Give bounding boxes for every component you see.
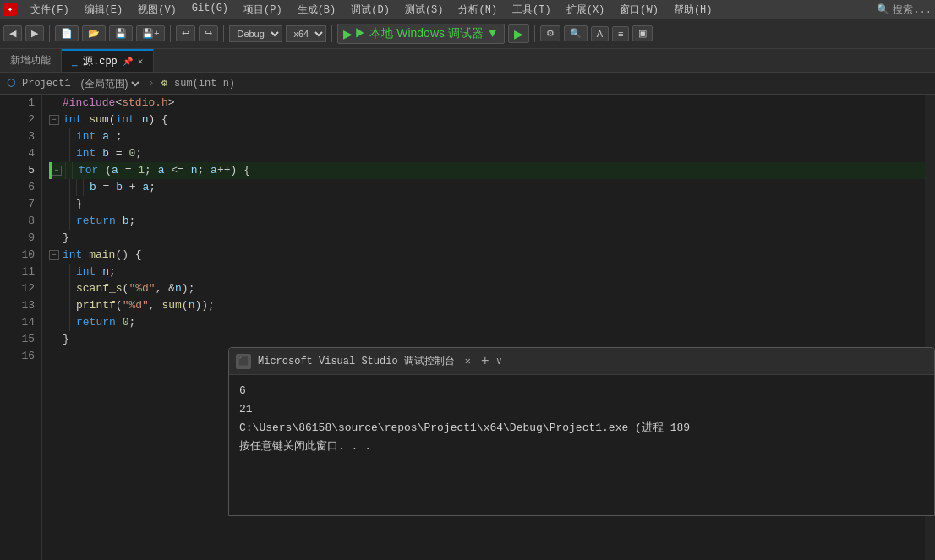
indent-3b [69, 128, 76, 145]
menu-window[interactable]: 窗口(W) [613, 1, 665, 19]
code-line-15: } [49, 331, 925, 348]
indent-5 [65, 162, 72, 179]
scope-select[interactable]: (全局范围) [78, 77, 142, 90]
menu-git[interactable]: Git(G) [185, 1, 235, 19]
redo-button[interactable]: ↪ [199, 25, 218, 41]
terminal-dropdown-button[interactable]: ∨ [496, 355, 502, 367]
menu-project[interactable]: 项目(P) [237, 1, 289, 19]
menu-debug[interactable]: 调试(D) [344, 1, 396, 19]
fold-marker-2[interactable]: − [49, 115, 59, 125]
indent-12 [63, 280, 69, 297]
line-num-9: 9 [3, 230, 35, 247]
line-num-5: 5 [3, 162, 35, 179]
code-line-1: #include<stdio.h> [49, 95, 925, 111]
menu-file[interactable]: 文件(F) [24, 1, 76, 19]
new-feature-label: 新增功能 [10, 53, 51, 68]
fold-spacer-8 [49, 213, 63, 230]
terminal-body: 6 21 C:\Users\86158\source\repos\Project… [229, 375, 934, 515]
menu-tools[interactable]: 工具(T) [506, 1, 558, 19]
line-num-8: 8 [3, 213, 35, 230]
source-file-label: 源.cpp [83, 54, 118, 68]
toolbar-extra-1[interactable]: ⚙ [540, 25, 560, 41]
toolbar: ◀ ▶ 📄 📂 💾 💾+ ↩ ↪ Debug x64 ▶ ▶ 本地 Window… [0, 19, 935, 49]
run-debugger-button[interactable]: ▶ ▶ 本地 Windows 调试器 ▼ [337, 24, 504, 44]
breadcrumb-separator: › [149, 78, 155, 90]
terminal-close-button[interactable]: ✕ [465, 355, 471, 367]
line-num-7: 7 [3, 196, 35, 213]
line-num-3: 3 [3, 128, 35, 145]
forward-button[interactable]: ▶ [25, 25, 44, 41]
line-num-16: 16 [3, 348, 35, 365]
terminal-title: Microsoft Visual Studio 调试控制台 [258, 354, 455, 368]
fold-marker-10[interactable]: − [49, 250, 59, 260]
indent-12b [69, 280, 76, 297]
menu-edit[interactable]: 编辑(E) [78, 1, 130, 19]
line-numbers: 1 2 3 4 5 6 7 8 9 10 11 12 13 14 15 16 [0, 95, 42, 560]
function-name[interactable]: sum(int n) [174, 78, 235, 90]
run-label: ▶ 本地 Windows 调试器 ▼ [354, 26, 498, 41]
fold-spacer-13 [49, 297, 63, 314]
save-all-button[interactable]: 💾+ [136, 25, 165, 41]
platform-select[interactable]: x64 [286, 25, 326, 42]
code-line-5: − for (a = 1; a <= n; a++) { [49, 162, 925, 179]
menu-build[interactable]: 生成(B) [291, 1, 343, 19]
menu-analyze[interactable]: 分析(N) [451, 1, 504, 19]
menu-view[interactable]: 视图(V) [131, 1, 183, 19]
project-name[interactable]: Project1 [22, 78, 71, 90]
tab-source-cpp[interactable]: ⎯ 源.cpp 📌 ✕ [62, 49, 154, 72]
function-icon: ⚙ [161, 77, 167, 90]
file-icon: ⎯ [72, 57, 78, 67]
build-config-select[interactable]: Debug [229, 25, 282, 42]
back-button[interactable]: ◀ [3, 25, 22, 41]
toolbar-extra-2[interactable]: 🔍 [564, 25, 588, 41]
indent-7 [63, 196, 69, 213]
indent-4b [69, 145, 76, 162]
menu-help[interactable]: 帮助(H) [667, 1, 719, 19]
separator-2 [170, 25, 171, 42]
line-num-12: 12 [3, 280, 35, 297]
indent-13 [63, 297, 69, 314]
line-num-15: 15 [3, 331, 35, 348]
menu-extensions[interactable]: 扩展(X) [560, 1, 612, 19]
play-icon: ▶ [343, 27, 353, 41]
fold-spacer-1 [49, 95, 63, 111]
toolbar-extra-4[interactable]: ≡ [612, 26, 629, 41]
open-button[interactable]: 📂 [82, 25, 106, 41]
title-bar-right: 🔍 搜索... [877, 3, 932, 17]
save-button[interactable]: 💾 [109, 25, 133, 41]
new-file-button[interactable]: 📄 [55, 25, 79, 41]
preprocessor-include: #include [63, 95, 115, 111]
indent-7b [69, 196, 76, 213]
menu-test[interactable]: 测试(S) [398, 1, 451, 19]
code-line-4: int b = 0; [49, 145, 925, 162]
indent-6b [69, 179, 76, 196]
toolbar-extra-5[interactable]: ▣ [632, 25, 653, 41]
line-num-10: 10 [3, 247, 35, 264]
code-line-2: − int sum(int n) { [49, 111, 925, 128]
toolbar-extra-3[interactable]: A [591, 26, 609, 41]
indent-11 [63, 264, 69, 280]
line-num-4: 4 [3, 145, 35, 162]
terminal-icon: ⬛ [236, 354, 251, 369]
fold-marker-5[interactable]: − [52, 166, 62, 176]
code-line-9: } [49, 230, 925, 247]
separator-3 [223, 25, 224, 42]
terminal-output-4: 按任意键关闭此窗口. . . [239, 438, 924, 456]
title-bar: ✦ 文件(F) 编辑(E) 视图(V) Git(G) 项目(P) 生成(B) 调… [0, 0, 935, 19]
pin-icon[interactable]: 📌 [123, 57, 133, 67]
tab-new-feature[interactable]: 新增功能 [0, 49, 62, 72]
fold-spacer-6 [49, 179, 63, 196]
run-button[interactable]: ▶ [508, 24, 529, 43]
fold-spacer-15 [49, 331, 63, 348]
terminal-add-button[interactable]: + [481, 354, 489, 369]
tab-close-icon[interactable]: ✕ [138, 56, 144, 67]
indent-6c [76, 179, 83, 196]
separator-4 [331, 25, 332, 42]
indent-8b [69, 213, 76, 230]
code-line-7: } [49, 196, 925, 213]
undo-button[interactable]: ↩ [176, 25, 195, 41]
code-line-10: − int main() { [49, 247, 925, 264]
code-line-14: return 0; [49, 314, 925, 331]
indent-6 [63, 179, 69, 196]
fold-spacer-11 [49, 264, 63, 280]
